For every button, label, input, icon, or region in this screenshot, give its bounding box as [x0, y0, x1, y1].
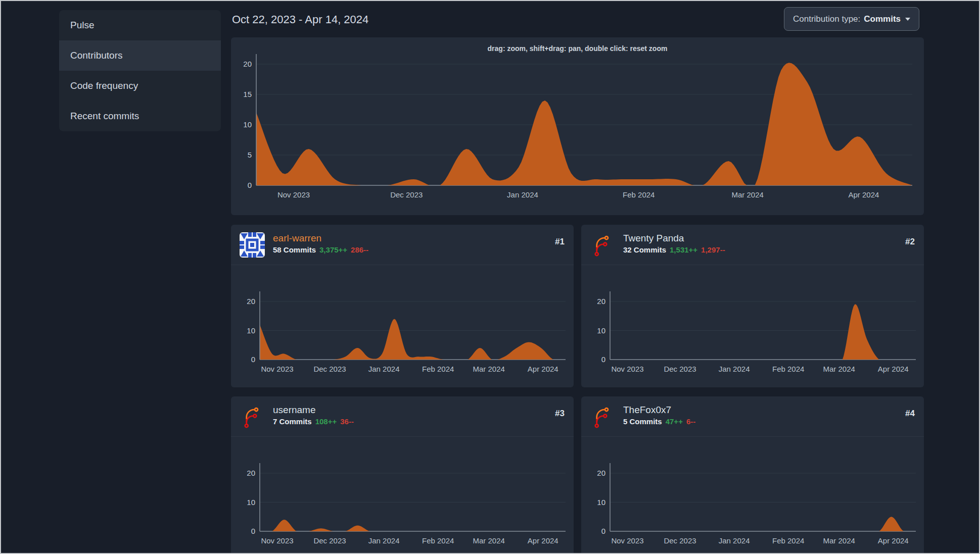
contributor-stats: 5 Commits 47++ 6--	[623, 417, 695, 426]
contributor-stats: 32 Commits 1,531++ 1,297--	[623, 245, 725, 254]
svg-text:Dec 2023: Dec 2023	[664, 536, 696, 545]
commit-count: 32 Commits	[623, 245, 666, 254]
svg-text:Mar 2024: Mar 2024	[473, 365, 504, 373]
svg-text:Nov 2023: Nov 2023	[611, 365, 643, 373]
svg-text:10: 10	[597, 326, 605, 335]
commit-count: 5 Commits	[623, 417, 662, 426]
svg-text:Mar 2024: Mar 2024	[732, 190, 764, 199]
svg-text:20: 20	[597, 469, 605, 477]
svg-text:Nov 2023: Nov 2023	[277, 190, 310, 199]
area-chart-svg: 01020Nov 2023Dec 2023Jan 2024Feb 2024Mar…	[231, 437, 574, 554]
contributor-activity-chart[interactable]: 01020Nov 2023Dec 2023Jan 2024Feb 2024Mar…	[581, 265, 924, 387]
rank-badge: #1	[555, 237, 565, 247]
rank-badge: #2	[905, 237, 915, 247]
repo-activity-menu: Pulse Contributors Code frequency Recent…	[59, 10, 221, 131]
contributor-name: TheFox0x7	[623, 404, 671, 416]
svg-text:Jan 2024: Jan 2024	[719, 365, 750, 373]
svg-text:20: 20	[247, 469, 255, 477]
chevron-down-icon	[905, 18, 910, 21]
contributor-name: username	[273, 404, 316, 416]
contributor-card-header: TheFox0x7 5 Commits 47++ 6-- #4	[581, 396, 924, 437]
svg-text:Dec 2023: Dec 2023	[664, 365, 696, 373]
svg-text:0: 0	[601, 355, 605, 364]
date-range: Oct 22, 2023 - Apr 14, 2024	[232, 13, 368, 26]
contributor-card-header: earl-warren 58 Commits 3,375++ 286-- #1	[231, 225, 574, 265]
contributor-activity-chart[interactable]: 01020Nov 2023Dec 2023Jan 2024Feb 2024Mar…	[581, 437, 924, 554]
app-window: Pulse Contributors Code frequency Recent…	[0, 0, 980, 554]
svg-text:0: 0	[251, 527, 255, 535]
contributor-activity-chart[interactable]: 01020Nov 2023Dec 2023Jan 2024Feb 2024Mar…	[231, 265, 574, 387]
contributor-card-4: TheFox0x7 5 Commits 47++ 6-- #4 01020Nov…	[581, 396, 924, 554]
svg-text:Jan 2024: Jan 2024	[368, 536, 400, 545]
sidebar-item-code-frequency[interactable]: Code frequency	[59, 71, 221, 101]
forgejo-logo-avatar	[590, 404, 615, 429]
svg-text:Jan 2024: Jan 2024	[507, 190, 538, 199]
svg-text:Mar 2024: Mar 2024	[823, 365, 855, 373]
svg-text:10: 10	[247, 498, 255, 507]
deletions-count: 36--	[340, 417, 354, 426]
rank-badge: #4	[905, 409, 915, 419]
svg-text:Feb 2024: Feb 2024	[623, 190, 655, 199]
svg-text:10: 10	[243, 120, 252, 129]
contributor-card-header: Twenty Panda 32 Commits 1,531++ 1,297-- …	[581, 225, 924, 265]
sidebar-item-recent-commits[interactable]: Recent commits	[59, 101, 221, 131]
svg-text:20: 20	[247, 297, 255, 306]
forgejo-logo-avatar	[590, 232, 615, 258]
overview-activity-chart[interactable]: 05101520Nov 2023Dec 2023Jan 2024Feb 2024…	[231, 37, 924, 215]
svg-text:0: 0	[251, 355, 255, 364]
svg-text:Feb 2024: Feb 2024	[422, 365, 454, 373]
contributor-stats: 7 Commits 108++ 36--	[273, 417, 354, 426]
main-content: Oct 22, 2023 - Apr 14, 2024 Contribution…	[231, 1, 924, 554]
additions-count: 108++	[315, 417, 337, 426]
additions-count: 1,531++	[670, 245, 697, 254]
rank-badge: #3	[555, 409, 565, 419]
svg-text:Apr 2024: Apr 2024	[878, 536, 909, 545]
commit-count: 7 Commits	[273, 417, 312, 426]
svg-text:10: 10	[247, 326, 255, 335]
contributor-identity: TheFox0x7 5 Commits 47++ 6--	[623, 404, 695, 426]
svg-text:0: 0	[248, 181, 252, 189]
deletions-count: 1,297--	[701, 245, 725, 254]
contributor-identity: earl-warren 58 Commits 3,375++ 286--	[273, 232, 368, 254]
deletions-count: 286--	[351, 245, 368, 254]
contributor-card-header: username 7 Commits 108++ 36-- #3	[231, 396, 574, 437]
svg-text:20: 20	[243, 60, 252, 68]
svg-text:Nov 2023: Nov 2023	[261, 536, 293, 545]
svg-text:Dec 2023: Dec 2023	[390, 190, 423, 199]
svg-text:Nov 2023: Nov 2023	[261, 365, 293, 373]
svg-text:5: 5	[248, 150, 252, 159]
svg-text:Dec 2023: Dec 2023	[313, 365, 346, 373]
area-chart-svg: 01020Nov 2023Dec 2023Jan 2024Feb 2024Mar…	[581, 437, 924, 554]
contributor-name: Twenty Panda	[623, 232, 684, 244]
svg-text:Feb 2024: Feb 2024	[772, 365, 804, 373]
contributor-stats: 58 Commits 3,375++ 286--	[273, 245, 368, 254]
svg-text:15: 15	[243, 90, 252, 98]
sidebar-item-contributors[interactable]: Contributors	[59, 40, 221, 71]
contributor-activity-chart[interactable]: 01020Nov 2023Dec 2023Jan 2024Feb 2024Mar…	[231, 437, 574, 554]
contribution-type-value: Commits	[864, 14, 901, 24]
svg-text:Mar 2024: Mar 2024	[473, 536, 504, 545]
contribution-type-label: Contribution type:	[793, 14, 860, 24]
contributor-cards-grid: earl-warren 58 Commits 3,375++ 286-- #1 …	[231, 225, 924, 554]
area-chart-svg: 01020Nov 2023Dec 2023Jan 2024Feb 2024Mar…	[581, 265, 924, 387]
area-chart-svg: 05101520Nov 2023Dec 2023Jan 2024Feb 2024…	[231, 37, 924, 215]
contributor-name-link[interactable]: earl-warren	[273, 232, 321, 244]
svg-text:Jan 2024: Jan 2024	[719, 536, 750, 545]
svg-text:0: 0	[601, 527, 605, 535]
contribution-type-button[interactable]: Contribution type: Commits	[784, 7, 919, 31]
contributor-card-3: username 7 Commits 108++ 36-- #3 01020No…	[231, 396, 574, 554]
contributor-card-2: Twenty Panda 32 Commits 1,531++ 1,297-- …	[581, 225, 924, 387]
svg-text:Jan 2024: Jan 2024	[368, 365, 400, 373]
svg-text:Nov 2023: Nov 2023	[611, 536, 643, 545]
svg-text:Apr 2024: Apr 2024	[528, 536, 558, 545]
additions-count: 3,375++	[319, 245, 347, 254]
svg-text:Feb 2024: Feb 2024	[772, 536, 804, 545]
svg-text:Apr 2024: Apr 2024	[849, 190, 879, 199]
contributor-avatar-identicon	[240, 232, 265, 258]
svg-text:10: 10	[597, 498, 605, 507]
overview-chart-card: drag: zoom, shift+drag: pan, double clic…	[231, 37, 924, 215]
svg-text:Dec 2023: Dec 2023	[313, 536, 346, 545]
svg-text:Feb 2024: Feb 2024	[422, 536, 454, 545]
svg-text:Apr 2024: Apr 2024	[528, 365, 558, 373]
sidebar-item-pulse[interactable]: Pulse	[59, 10, 221, 40]
